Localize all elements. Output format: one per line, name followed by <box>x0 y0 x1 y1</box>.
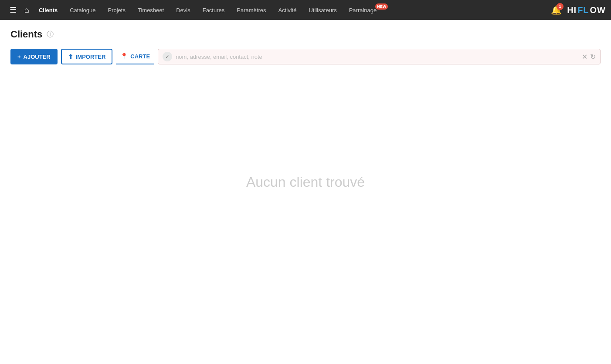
empty-state: Aucun client trouvé <box>10 73 601 291</box>
nav-item-devis[interactable]: Devis <box>170 0 197 20</box>
search-input[interactable] <box>176 54 578 60</box>
nav-items: Clients Catalogue Projets Timesheet Devi… <box>33 0 551 20</box>
hamburger-menu[interactable]: ☰ <box>5 5 21 15</box>
nav-item-activite[interactable]: Activité <box>272 0 302 20</box>
top-nav: ☰ ⌂ Clients Catalogue Projets Timesheet … <box>0 0 611 20</box>
notification-badge: 1 <box>557 3 563 10</box>
nav-item-timesheet[interactable]: Timesheet <box>132 0 170 20</box>
search-actions: ✕ ↻ <box>582 53 596 61</box>
logo-hi: HI <box>567 5 577 15</box>
refresh-search-icon[interactable]: ↻ <box>590 53 596 61</box>
import-button[interactable]: ⬆ IMPORTER <box>61 49 113 64</box>
nav-item-projets[interactable]: Projets <box>102 0 132 20</box>
map-pin-icon: 📍 <box>120 53 128 60</box>
nav-item-utilisateurs[interactable]: Utilisateurs <box>302 0 343 20</box>
add-button-label: AJOUTER <box>24 54 51 60</box>
nav-item-factures[interactable]: Factures <box>197 0 231 20</box>
notification-button[interactable]: 🔔 1 <box>551 5 562 15</box>
logo-fl: FL <box>577 5 589 15</box>
info-icon[interactable]: ⓘ <box>47 30 54 39</box>
page-header: Clients ⓘ <box>10 29 601 40</box>
carte-button[interactable]: 📍 CARTE <box>116 49 154 64</box>
clear-search-icon[interactable]: ✕ <box>582 53 587 61</box>
page-title: Clients <box>10 29 42 40</box>
import-button-label: IMPORTER <box>76 54 106 60</box>
carte-button-label: CARTE <box>130 53 150 60</box>
page-content: Clients ⓘ + AJOUTER ⬆ IMPORTER 📍 CARTE ✓… <box>0 20 611 300</box>
empty-message: Aucun client trouvé <box>246 174 365 190</box>
nav-item-catalogue[interactable]: Catalogue <box>64 0 102 20</box>
logo: HIFLOW <box>567 5 606 15</box>
nav-item-clients[interactable]: Clients <box>33 0 64 20</box>
logo-ow: OW <box>590 5 606 15</box>
import-icon: ⬆ <box>68 53 73 60</box>
nav-right: 🔔 1 HIFLOW <box>551 5 606 15</box>
nav-item-parrainage[interactable]: Parrainage NEW <box>343 0 389 20</box>
toolbar: + AJOUTER ⬆ IMPORTER 📍 CARTE ✓ ✕ ↻ <box>10 49 601 64</box>
new-badge: NEW <box>375 3 388 10</box>
search-container: ✓ ✕ ↻ <box>158 49 601 64</box>
home-button[interactable]: ⌂ <box>21 6 33 15</box>
nav-item-parametres[interactable]: Paramètres <box>231 0 272 20</box>
plus-icon: + <box>17 54 21 60</box>
filter-icon[interactable]: ✓ <box>163 52 172 61</box>
add-button[interactable]: + AJOUTER <box>10 49 58 64</box>
